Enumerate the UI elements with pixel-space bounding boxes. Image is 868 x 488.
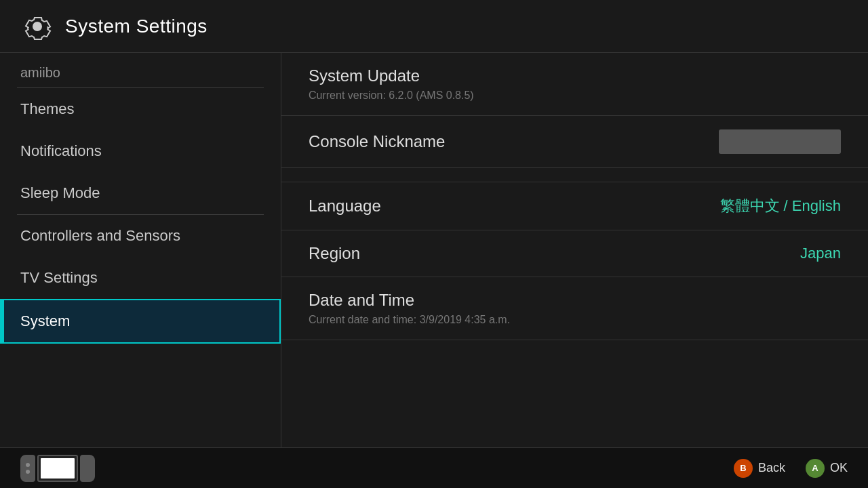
nickname-value-box [719, 129, 841, 154]
ok-button-group[interactable]: A OK [806, 459, 848, 478]
joycon-right [80, 455, 95, 482]
date-time-subtitle: Current date and time: 3/9/2019 4:35 a.m… [309, 314, 841, 326]
sidebar-item-themes[interactable]: Themes [0, 88, 281, 130]
system-update-title: System Update [309, 66, 420, 85]
content-area: System Update Current version: 6.2.0 (AM… [281, 53, 868, 447]
system-update-subtitle: Current version: 6.2.0 (AMS 0.8.5) [309, 89, 841, 102]
ok-label: OK [830, 461, 848, 475]
language-title: Language [309, 197, 381, 216]
language-header: Language 繁體中文 / English [309, 196, 841, 216]
console-nickname-header: Console Nickname [309, 129, 841, 154]
a-button[interactable]: A [806, 459, 825, 478]
back-button-group[interactable]: B Back [734, 459, 785, 478]
sidebar-item-amiibo[interactable]: amiibo [0, 53, 281, 87]
date-time-item[interactable]: Date and Time Current date and time: 3/9… [281, 277, 868, 340]
bottom-bar: B Back A OK [0, 447, 868, 488]
joycon-screen [37, 455, 78, 482]
joycon-left [20, 455, 35, 482]
region-title: Region [309, 244, 360, 263]
console-nickname-item[interactable]: Console Nickname [281, 116, 868, 168]
sidebar-item-sleep-mode[interactable]: Sleep Mode [0, 172, 281, 214]
sidebar: amiibo Themes Notifications Sleep Mode C… [0, 53, 281, 447]
header: System Settings [0, 0, 868, 53]
page-title: System Settings [65, 16, 208, 37]
region-header: Region Japan [309, 244, 841, 263]
gear-icon [20, 9, 54, 43]
bottom-left [20, 455, 95, 482]
system-update-header: System Update [309, 66, 841, 85]
screen-display [41, 458, 75, 479]
console-nickname-title: Console Nickname [309, 132, 445, 151]
region-value: Japan [800, 245, 841, 262]
switch-icon [20, 455, 95, 482]
back-label: Back [758, 461, 785, 475]
sidebar-item-controllers[interactable]: Controllers and Sensors [0, 215, 281, 257]
sidebar-item-notifications[interactable]: Notifications [0, 130, 281, 172]
date-time-header: Date and Time [309, 291, 841, 310]
region-item[interactable]: Region Japan [281, 230, 868, 277]
main-layout: amiibo Themes Notifications Sleep Mode C… [0, 53, 868, 447]
system-update-item[interactable]: System Update Current version: 6.2.0 (AM… [281, 53, 868, 116]
spacer-row [281, 168, 868, 182]
b-button[interactable]: B [734, 459, 753, 478]
date-time-title: Date and Time [309, 291, 414, 310]
bottom-right: B Back A OK [734, 459, 848, 478]
sidebar-item-system[interactable]: System [0, 299, 281, 344]
language-item[interactable]: Language 繁體中文 / English [281, 182, 868, 230]
sidebar-item-tv-settings[interactable]: TV Settings [0, 257, 281, 299]
language-value: 繁體中文 / English [720, 196, 842, 216]
